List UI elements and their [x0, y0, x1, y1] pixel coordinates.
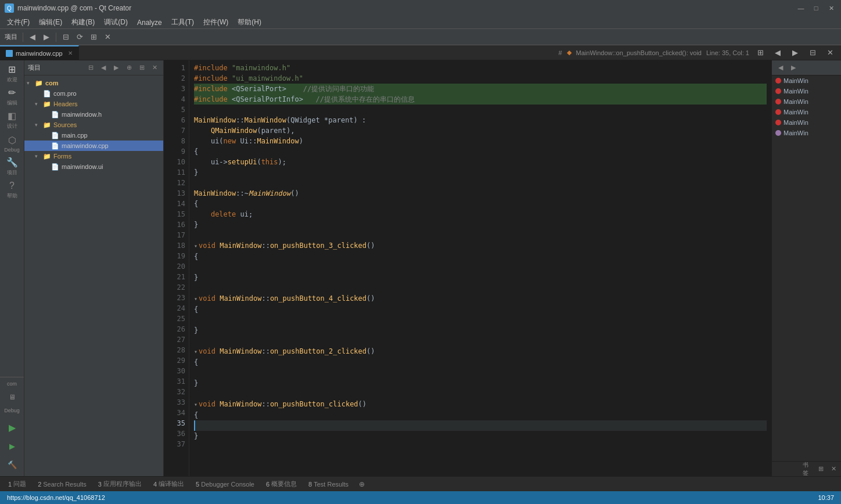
rp-label-6: MainWin: [784, 129, 808, 136]
right-panel-split[interactable]: ⊞: [815, 464, 826, 474]
right-panel-item-1[interactable]: MainWin: [772, 75, 841, 86]
run-debug-button[interactable]: 🖥: [4, 389, 20, 405]
tree-forward-button[interactable]: ▶: [111, 63, 121, 73]
bottom-panel-more[interactable]: ⊕: [355, 478, 368, 491]
headers-group-icon: 📁: [43, 100, 51, 108]
line-num-31: 31: [167, 376, 185, 387]
node-label-headers: Headers: [53, 100, 78, 107]
nav-next-button[interactable]: ▶: [789, 46, 802, 59]
line-num-6: 6: [167, 115, 185, 125]
build-button[interactable]: 🔨: [4, 456, 20, 473]
sidebar-help[interactable]: ? 帮助: [1, 179, 23, 201]
tab-mainwindow-cpp[interactable]: mainwindow.cpp ✕: [0, 45, 79, 60]
expand-headers[interactable]: ▾: [35, 101, 43, 107]
tree-node-sources[interactable]: ▾ 📁 Sources: [24, 120, 163, 130]
tree-node-main-cpp[interactable]: 📄 main.cpp: [24, 130, 163, 141]
hash-symbol: #: [558, 49, 562, 56]
right-panel-nav-right[interactable]: ▶: [788, 63, 799, 73]
menu-debug[interactable]: 调试(D): [99, 16, 132, 28]
bottom-tab-compile[interactable]: 4 编译输出: [149, 478, 189, 489]
menu-build[interactable]: 构建(B): [67, 16, 99, 28]
right-panel-item-5[interactable]: MainWin: [772, 117, 841, 128]
bottom-tab-test-results[interactable]: 8 Test Results: [304, 480, 353, 489]
bottom-tab-overview[interactable]: 6 概要信息: [261, 478, 301, 489]
title-text: mainwindow.cpp @ com - Qt Creator: [17, 4, 796, 12]
code-line-35: [194, 420, 767, 431]
bottom-tab-app-output[interactable]: 3 应用程序输出: [94, 478, 146, 489]
menu-file[interactable]: 文件(F): [2, 16, 34, 28]
line-num-8: 8: [167, 136, 185, 146]
tree-node-com[interactable]: ▾ 📁 com: [24, 78, 163, 88]
tree-node-headers[interactable]: ▾ 📁 Headers: [24, 99, 163, 109]
line-num-18: 18: [167, 240, 185, 251]
run-button[interactable]: ▶: [4, 419, 20, 435]
tree-node-mainwindow-ui[interactable]: 📄 mainwindow.ui: [24, 161, 163, 172]
tab-num-6: 6: [266, 481, 269, 488]
sidebar-welcome[interactable]: ⊞ 欢迎: [1, 63, 23, 85]
tab-close-icon[interactable]: ✕: [68, 50, 73, 56]
nav-prev-button[interactable]: ◀: [771, 46, 784, 59]
code-editor: 1 2 3 4 5 6 7 8 9 10 11 12 13 14 15 16 1…: [164, 60, 771, 476]
close-button[interactable]: ✕: [826, 3, 836, 13]
right-panel-item-4[interactable]: MainWin: [772, 107, 841, 117]
tree-node-com-pro[interactable]: 📄 com.pro: [24, 88, 163, 99]
function-label[interactable]: MainWindow::on_pushButton_clicked(): voi…: [576, 49, 702, 56]
project-tree: 项目 ⊟ ◀ ▶ ⊕ ⊞ ✕ ▾ 📁 com 📄 com.pro ▾: [24, 60, 164, 476]
bottom-tab-debugger[interactable]: 5 Debugger Console: [191, 480, 259, 489]
toolbar-forward-button[interactable]: ▶: [40, 31, 53, 44]
tab-right-info: # ◆ MainWindow::on_pushButton_clicked():…: [554, 45, 841, 60]
bottom-tab-search-results[interactable]: 2 Search Results: [33, 480, 91, 489]
line-num-12: 12: [167, 178, 185, 188]
menu-tools[interactable]: 工具(T): [167, 16, 199, 28]
toolbar-sync-button[interactable]: ⟳: [73, 31, 86, 44]
menu-analyze[interactable]: Analyze: [132, 17, 167, 28]
tree-node-mainwindow-h[interactable]: 📄 mainwindow.h: [24, 109, 163, 120]
sidebar-project[interactable]: 🔧 项目: [1, 156, 23, 178]
run-debug-btn[interactable]: ▶: [4, 438, 20, 454]
right-panel-item-3[interactable]: MainWin: [772, 96, 841, 107]
sidebar-design[interactable]: ◧ 设计: [1, 109, 23, 131]
tree-filter-button[interactable]: ⊟: [85, 63, 96, 73]
line-numbers: 1 2 3 4 5 6 7 8 9 10 11 12 13 14 15 16 1…: [164, 60, 189, 476]
expand-sources[interactable]: ▾: [35, 122, 43, 128]
status-url[interactable]: https://blog.csdn.net/qq_41068712: [5, 494, 107, 501]
right-panel-item-6[interactable]: MainWin: [772, 128, 841, 138]
line-num-3: 3: [167, 84, 185, 94]
split-editor-button[interactable]: ⊞: [754, 46, 767, 59]
tree-split-button[interactable]: ⊞: [136, 63, 147, 73]
project-icon: 🔧: [6, 157, 18, 168]
position-label: Line: 35, Col: 1: [706, 49, 749, 56]
tree-back-button[interactable]: ◀: [98, 63, 109, 73]
tree-node-mainwindow-cpp[interactable]: 📄 mainwindow.cpp: [24, 141, 163, 151]
sidebar-debug[interactable]: ⬡ Debug: [1, 132, 23, 154]
project-tree-title: 项目: [28, 63, 83, 72]
sidebar-edit[interactable]: ✏ 编辑: [1, 86, 23, 108]
tree-sync-button[interactable]: ⊕: [124, 63, 134, 73]
right-panel-item-2[interactable]: MainWin: [772, 86, 841, 96]
code-content[interactable]: #include "mainwindow.h" #include "ui_mai…: [189, 60, 771, 476]
app-icon: Q: [5, 3, 14, 13]
minimize-button[interactable]: —: [796, 3, 806, 13]
toolbar-close-button[interactable]: ✕: [101, 31, 114, 44]
split-view-button[interactable]: ⊟: [806, 46, 819, 59]
right-panel-close[interactable]: ✕: [828, 464, 839, 474]
close-editor-button[interactable]: ✕: [824, 46, 836, 59]
toolbar-filter-button[interactable]: ⊟: [59, 31, 72, 44]
tab-label: mainwindow.cpp: [16, 50, 63, 57]
menu-edit[interactable]: 编辑(E): [34, 16, 67, 28]
menu-help[interactable]: 帮助(H): [233, 16, 266, 28]
menu-controls[interactable]: 控件(W): [199, 16, 233, 28]
toolbar-split-button[interactable]: ⊞: [87, 31, 100, 44]
line-num-9: 9: [167, 146, 185, 157]
toolbar-separator-1: [23, 33, 23, 42]
right-panel-nav-left[interactable]: ◀: [775, 63, 786, 73]
expand-com[interactable]: ▾: [27, 80, 35, 86]
toolbar-back-button[interactable]: ◀: [26, 31, 39, 44]
bottom-tab-problems[interactable]: 1 问题: [3, 478, 31, 489]
tree-close-button[interactable]: ✕: [149, 63, 160, 73]
code-line-8: ui(new Ui::MainWindow): [194, 136, 767, 146]
tree-node-forms[interactable]: ▾ 📁 Forms: [24, 151, 163, 161]
maximize-button[interactable]: □: [811, 3, 821, 13]
right-panel-bookmarks[interactable]: 书签: [803, 464, 813, 474]
expand-forms[interactable]: ▾: [35, 153, 43, 159]
